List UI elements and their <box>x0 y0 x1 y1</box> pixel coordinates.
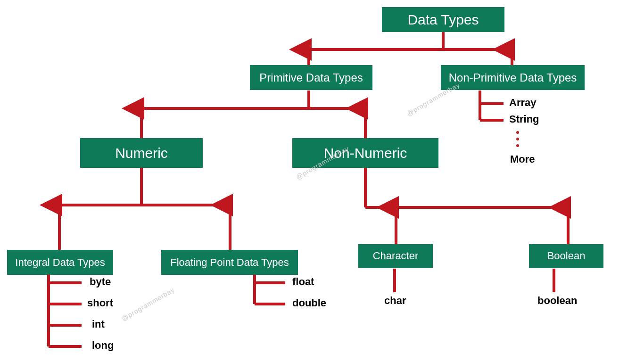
leaf-more: More <box>510 153 535 165</box>
leaf-array: Array <box>509 97 536 109</box>
node-character: Character <box>358 244 433 268</box>
watermark-text: @programmerbay <box>405 81 461 117</box>
leaf-short: short <box>87 297 113 309</box>
leaf-long: long <box>92 339 114 352</box>
watermark-text: @programmerbay <box>120 286 176 322</box>
node-numeric: Numeric <box>80 138 203 168</box>
node-primitive: Primitive Data Types <box>250 65 372 90</box>
dot-icon <box>516 131 519 134</box>
leaf-int: int <box>92 318 105 330</box>
leaf-char: char <box>384 295 406 307</box>
node-integral: Integral Data Types <box>7 250 113 275</box>
node-nonprimitive: Non-Primitive Data Types <box>441 65 585 90</box>
dot-icon <box>516 144 519 147</box>
node-boolean: Boolean <box>529 244 603 268</box>
leaf-string: String <box>509 113 539 125</box>
dot-icon <box>516 138 519 140</box>
leaf-boolean: boolean <box>537 295 577 307</box>
leaf-float: float <box>292 276 314 288</box>
leaf-double: double <box>292 297 326 309</box>
leaf-byte: byte <box>90 276 111 288</box>
node-data-types: Data Types <box>382 7 504 32</box>
node-floating: Floating Point Data Types <box>161 250 298 275</box>
